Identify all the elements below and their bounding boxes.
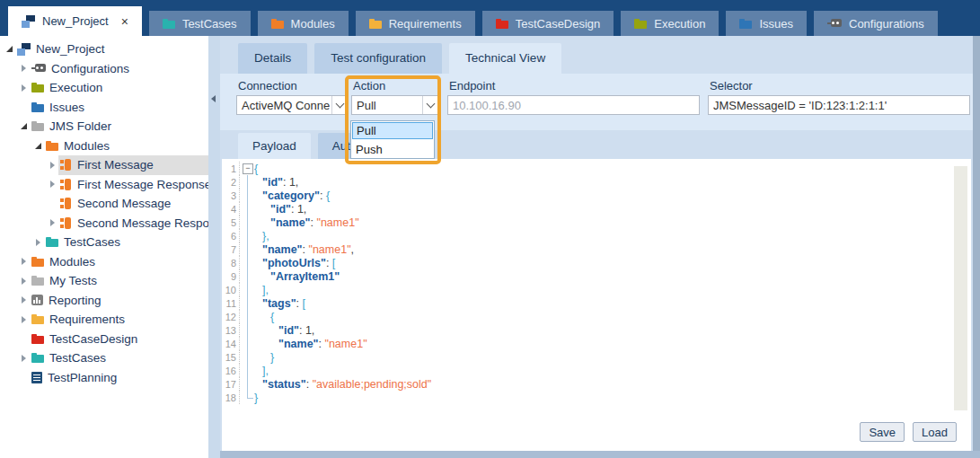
top-tab-new-project[interactable]: New_Project× bbox=[8, 6, 142, 36]
chart-icon bbox=[31, 295, 43, 305]
top-tab-testcasedesign[interactable]: TestCaseDesign bbox=[482, 11, 614, 36]
expand-arrow-icon[interactable] bbox=[18, 258, 30, 265]
main-panel: DetailsTest configurationTechnical View … bbox=[220, 36, 973, 451]
tree-item-label: Configurations bbox=[51, 62, 129, 75]
tree-item-second-message-response[interactable]: Second Message Response bbox=[0, 214, 208, 233]
action-select[interactable]: Pull bbox=[351, 95, 438, 115]
dropdown-option-pull[interactable]: Pull bbox=[352, 122, 433, 139]
tree-item-testcasedesign[interactable]: TestCaseDesign bbox=[0, 330, 208, 349]
line-number: 18 bbox=[222, 391, 240, 404]
tab-technical-view[interactable]: Technical View bbox=[449, 43, 561, 74]
expand-arrow-icon[interactable] bbox=[18, 84, 30, 92]
project-icon bbox=[22, 15, 35, 28]
action-dropdown-list: PullPush bbox=[350, 120, 435, 159]
expand-arrow-icon[interactable] bbox=[32, 239, 44, 246]
token: "name" bbox=[262, 243, 303, 256]
code-text: "ArrayItem1" bbox=[270, 270, 340, 283]
module-icon bbox=[60, 217, 72, 229]
code-line: 15} bbox=[222, 350, 971, 364]
chevron-down-icon[interactable] bbox=[331, 96, 347, 114]
tree-item-new-project[interactable]: New_Project bbox=[0, 40, 208, 59]
tree-item-jms-folder[interactable]: JMS Folder bbox=[0, 117, 208, 137]
endpoint-input[interactable]: 10.100.16.90 bbox=[447, 95, 700, 115]
tree-item-first-message[interactable]: First Message bbox=[0, 155, 208, 175]
token: } bbox=[270, 351, 274, 364]
token: }, bbox=[262, 230, 269, 242]
editor-scrollbar[interactable] bbox=[954, 166, 967, 410]
tab-payload[interactable]: Payload bbox=[238, 133, 311, 159]
tree-item-testcases[interactable]: TestCases bbox=[0, 233, 208, 252]
collapse-arrow-icon[interactable] bbox=[4, 46, 15, 52]
folder-icon bbox=[634, 19, 647, 29]
fold-collapse-icon[interactable] bbox=[242, 162, 254, 175]
tree-item-testcases[interactable]: TestCases bbox=[0, 348, 208, 368]
tree-item-content: Second Message Response bbox=[58, 214, 208, 233]
tree-item-testplanning[interactable]: TestPlanning bbox=[0, 368, 208, 388]
tree-item-issues[interactable]: Issues bbox=[0, 98, 208, 118]
tree-item-label: Second Message bbox=[77, 197, 171, 210]
top-tab-execution[interactable]: Execution bbox=[621, 11, 719, 36]
close-tab-icon[interactable]: × bbox=[121, 15, 128, 28]
top-tab-requirements[interactable]: Requirements bbox=[356, 11, 475, 36]
collapse-arrow-icon[interactable] bbox=[18, 123, 30, 129]
line-number: 17 bbox=[222, 377, 240, 391]
tab-details[interactable]: Details bbox=[238, 43, 307, 74]
editor-buttons: Save Load bbox=[860, 422, 957, 442]
load-button[interactable]: Load bbox=[913, 422, 957, 442]
action-value: Pull bbox=[352, 99, 422, 112]
json-payload-editor[interactable]: 1{2"id": 1,3"category": {4"id": 1,5"name… bbox=[222, 159, 971, 451]
top-tab-label: Execution bbox=[654, 17, 705, 31]
token: : bbox=[311, 216, 317, 229]
token: : bbox=[320, 189, 326, 202]
collapse-arrow-icon[interactable] bbox=[32, 143, 44, 149]
folder-icon bbox=[496, 19, 508, 29]
tree-item-second-message[interactable]: Second Message bbox=[0, 194, 208, 214]
expand-arrow-icon[interactable] bbox=[18, 277, 30, 285]
top-tab-modules[interactable]: Modules bbox=[258, 11, 349, 36]
folder-icon bbox=[31, 121, 44, 131]
code-line: 2"id": 1, bbox=[222, 175, 971, 189]
tree-item-execution[interactable]: Execution bbox=[0, 78, 208, 98]
connection-label: Connection bbox=[238, 79, 297, 92]
panel-splitter[interactable] bbox=[208, 36, 220, 458]
tree-item-my-tests[interactable]: My Tests bbox=[0, 271, 208, 291]
expand-arrow-icon[interactable] bbox=[18, 355, 30, 362]
view-tab-strip: DetailsTest configurationTechnical View bbox=[238, 43, 561, 74]
expand-arrow-icon[interactable] bbox=[47, 162, 58, 169]
tree-item-requirements[interactable]: Requirements bbox=[0, 310, 208, 330]
expand-arrow-icon[interactable] bbox=[47, 181, 58, 188]
tree-item-configurations[interactable]: Configurations bbox=[0, 59, 208, 79]
save-button[interactable]: Save bbox=[860, 422, 905, 442]
line-number: 16 bbox=[222, 364, 240, 377]
bottom-status-bar bbox=[220, 451, 980, 458]
selector-label: Selector bbox=[710, 79, 753, 92]
tree-item-label: New_Project bbox=[36, 42, 105, 56]
token: "name" bbox=[278, 338, 319, 350]
connection-select[interactable]: ActiveMQ Conne bbox=[236, 95, 348, 115]
expand-arrow-icon[interactable] bbox=[18, 65, 30, 72]
connection-form: Connection Action Endpoint Selector Acti… bbox=[220, 74, 973, 130]
tree-item-first-message-response[interactable]: First Message Response bbox=[0, 175, 208, 195]
top-tab-configurations[interactable]: Configurations bbox=[814, 11, 938, 36]
tree-item-label: Reporting bbox=[49, 294, 102, 307]
tree-item-modules[interactable]: Modules bbox=[0, 137, 208, 156]
expand-arrow-icon[interactable] bbox=[47, 219, 58, 226]
code-lines: 1{2"id": 1,3"category": {4"id": 1,5"name… bbox=[222, 162, 971, 404]
chevron-down-icon[interactable] bbox=[422, 96, 437, 114]
code-text: "name": "name1" bbox=[278, 338, 367, 350]
tree-item-label: TestPlanning bbox=[48, 371, 117, 384]
code-text: "name": "name1" bbox=[270, 216, 359, 229]
selector-input[interactable]: JMSMessageID = 'ID:123:1:2:1:1' bbox=[708, 95, 970, 115]
expand-arrow-icon[interactable] bbox=[18, 316, 30, 323]
expand-arrow-icon[interactable] bbox=[18, 296, 30, 304]
dropdown-option-push[interactable]: Push bbox=[351, 140, 434, 158]
top-tab-label: Modules bbox=[291, 17, 335, 31]
top-tab-testcases[interactable]: TestCases bbox=[149, 11, 251, 36]
tab-test-configuration[interactable]: Test configuration bbox=[314, 43, 442, 74]
tree-item-modules[interactable]: Modules bbox=[0, 252, 208, 272]
tree-item-reporting[interactable]: Reporting bbox=[0, 291, 208, 311]
folder-icon bbox=[31, 334, 44, 344]
code-text: } bbox=[254, 392, 258, 404]
top-tab-issues[interactable]: Issues bbox=[726, 11, 807, 36]
code-line: 10], bbox=[222, 283, 971, 296]
